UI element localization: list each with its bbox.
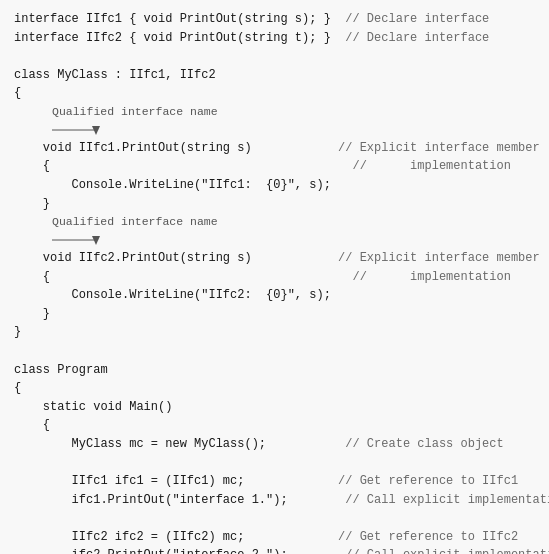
code-text: { (14, 270, 352, 284)
code-container: interface IIfc1 { void PrintOut(string s… (0, 0, 549, 554)
comment: // Get reference to IIfc2 (338, 530, 518, 544)
annotation-1: Qualified interface name (14, 103, 535, 139)
comment: // Call explicit implementation (345, 548, 549, 554)
code-line: { // implementation (14, 268, 535, 287)
code-text: IIfc1 ifc1 = (IIfc1) mc; (14, 474, 338, 488)
comment: // Declare interface (345, 12, 489, 26)
code-line: { (14, 416, 535, 435)
code-line: ifc1.PrintOut("interface 1."); // Call e… (14, 491, 535, 510)
annotation-arrow-2 (52, 231, 112, 249)
code-text: void IIfc2.PrintOut(string s) (14, 251, 338, 265)
code-line: } (14, 305, 535, 324)
code-line: static void Main() (14, 398, 535, 417)
code-line: interface IIfc2 { void PrintOut(string t… (14, 29, 535, 48)
code-text: { (14, 159, 352, 173)
code-text: IIfc2 ifc2 = (IIfc2) mc; (14, 530, 338, 544)
code-text: interface IIfc1 { void PrintOut(string s… (14, 12, 345, 26)
code-line: IIfc2 ifc2 = (IIfc2) mc; // Get referenc… (14, 528, 535, 547)
code-line: IIfc1 ifc1 = (IIfc1) mc; // Get referenc… (14, 472, 535, 491)
code-line (14, 342, 535, 361)
comment: // Create class object (345, 437, 503, 451)
code-line: interface IIfc1 { void PrintOut(string s… (14, 10, 535, 29)
code-line: void IIfc2.PrintOut(string s) // Explici… (14, 249, 535, 268)
code-line: { (14, 84, 535, 103)
code-line (14, 454, 535, 473)
code-line (14, 47, 535, 66)
code-text: void IIfc1.PrintOut(string s) (14, 141, 338, 155)
comment: // Call explicit implementation (345, 493, 549, 507)
code-line: Console.WriteLine("IIfc1: {0}", s); (14, 176, 535, 195)
code-line: { (14, 379, 535, 398)
code-text: interface IIfc2 { void PrintOut(string t… (14, 31, 345, 45)
code-line: } (14, 195, 535, 214)
code-line: Console.WriteLine("IIfc2: {0}", s); (14, 286, 535, 305)
code-line: ifc2.PrintOut("interface 2."); // Call e… (14, 546, 535, 554)
code-text: ifc1.PrintOut("interface 1."); (14, 493, 345, 507)
code-line (14, 509, 535, 528)
code-line: { // implementation (14, 157, 535, 176)
comment: // Get reference to IIfc1 (338, 474, 518, 488)
code-line: class Program (14, 361, 535, 380)
comment: // implementation (352, 159, 510, 173)
code-line: MyClass mc = new MyClass(); // Create cl… (14, 435, 535, 454)
annotation-label-2: Qualified interface name (14, 213, 535, 231)
annotation-label: Qualified interface name (14, 103, 535, 121)
annotation-2: Qualified interface name (14, 213, 535, 249)
comment: // Explicit interface member (338, 141, 540, 155)
code-line: class MyClass : IIfc1, IIfc2 (14, 66, 535, 85)
comment: // Declare interface (345, 31, 489, 45)
comment: // implementation (352, 270, 510, 284)
code-text: ifc2.PrintOut("interface 2."); (14, 548, 345, 554)
code-line: void IIfc1.PrintOut(string s) // Explici… (14, 139, 535, 158)
code-line: } (14, 323, 535, 342)
annotation-arrow-1 (52, 121, 112, 139)
comment: // Explicit interface member (338, 251, 540, 265)
code-text: MyClass mc = new MyClass(); (14, 437, 345, 451)
